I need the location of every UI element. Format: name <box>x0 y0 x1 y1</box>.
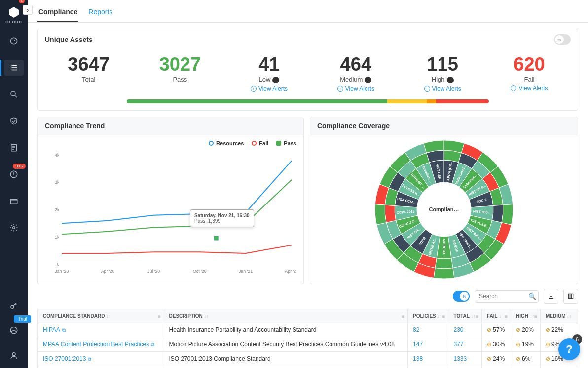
nav-support-icon[interactable] <box>4 323 24 338</box>
cell-policies[interactable]: 138 <box>413 355 423 362</box>
svg-rect-44 <box>572 294 573 298</box>
col-fail[interactable]: FAIL↓≡ <box>482 309 511 323</box>
info-icon[interactable]: i <box>272 77 279 83</box>
stat-high-label: High <box>432 76 445 83</box>
col-menu-icon[interactable]: ≡ <box>402 313 404 319</box>
std-link[interactable]: ISO 27001:2013 <box>43 355 86 362</box>
unique-assets-panel: Unique Assets % 3647 Total 3027 Pass 41 … <box>37 29 578 111</box>
nav-card-icon[interactable] <box>4 193 24 209</box>
stat-medium-value: 464 <box>337 55 374 74</box>
search-input[interactable] <box>479 293 528 300</box>
stat-pass: 3027 Pass <box>159 55 201 92</box>
nav-settings-icon[interactable] <box>4 220 24 236</box>
col-menu-icon[interactable]: ≡ <box>505 313 508 319</box>
legend-fail[interactable]: Fail <box>252 140 268 146</box>
legend-pass[interactable]: Pass <box>276 140 296 146</box>
trend-title: Compliance Trend <box>38 117 303 135</box>
table-row[interactable]: MPAA Content Protection Best Practices⧉ … <box>38 337 578 352</box>
severity-bar-chart <box>127 99 489 103</box>
svg-text:Jan '20: Jan '20 <box>55 269 69 274</box>
col-medium[interactable]: MEDIUM↓↑ <box>540 309 578 323</box>
high-view-alerts[interactable]: !View Alerts <box>424 85 461 92</box>
col-description[interactable]: DESCRIPTION↓↑≡ <box>164 309 408 323</box>
legend-resources[interactable]: Resources <box>209 140 244 146</box>
nav-dashboard-icon[interactable] <box>4 33 24 49</box>
nav-alerts-icon[interactable]: 1887 <box>4 166 24 182</box>
tab-reports[interactable]: Reports <box>87 5 113 22</box>
col-standard[interactable]: COMPLIANCE STANDARD↓↑≡ <box>38 309 164 323</box>
table-row[interactable]: NIST SP 800-172⧉ NIST Special Publicatio… <box>38 366 578 368</box>
cell-high: ⊘6% <box>511 352 540 366</box>
col-menu-icon[interactable]: ≡ <box>158 313 161 319</box>
svg-text:Apr '21: Apr '21 <box>285 269 296 274</box>
brand-name: CLOUD <box>5 20 22 24</box>
col-menu-icon[interactable]: ≡ <box>476 313 478 319</box>
help-fab[interactable]: ? <box>558 338 580 360</box>
svg-point-6 <box>11 305 14 308</box>
external-link-icon[interactable]: ⧉ <box>88 356 91 362</box>
col-menu-icon[interactable]: ≡ <box>534 313 537 319</box>
nav-list-icon[interactable] <box>4 60 24 76</box>
compliance-table: COMPLIANCE STANDARD↓↑≡ DESCRIPTION↓↑≡ PO… <box>37 309 578 368</box>
sidebar-expand-button[interactable]: › <box>23 5 33 15</box>
cell-policies[interactable]: 147 <box>413 341 423 348</box>
tabs: Compliance Reports <box>28 0 588 23</box>
compliance-coverage-panel: Compliance Coverage APRA (CP...Multi-Lev… <box>310 117 578 284</box>
fail-view-alerts[interactable]: !View Alerts <box>511 85 548 92</box>
percent-toggle-top[interactable]: % <box>554 34 571 45</box>
col-menu-icon[interactable]: ≡ <box>442 313 445 319</box>
table-search[interactable]: 🔍 <box>475 290 539 303</box>
nav-shield-icon[interactable] <box>4 113 24 129</box>
stat-low-value: 41 <box>251 55 288 74</box>
warning-icon: ⊘ <box>546 327 550 333</box>
alert-icon: ! <box>511 85 516 91</box>
col-high[interactable]: HIGH↓↑≡ <box>511 309 540 323</box>
percent-toggle-knob: % <box>555 35 564 44</box>
external-link-icon[interactable]: ⧉ <box>62 327 66 333</box>
brand-logo: 3 CLOUD <box>5 6 22 24</box>
external-link-icon[interactable]: ⧉ <box>151 342 154 347</box>
alert-icon: ! <box>424 86 430 92</box>
warning-icon: ⊘ <box>516 327 520 333</box>
cell-total[interactable]: 1333 <box>453 355 467 362</box>
svg-text:1k: 1k <box>55 235 60 240</box>
warning-icon: ⊘ <box>546 356 550 362</box>
sidebar: › 3 CLOUD 1887 Trial <box>0 0 28 368</box>
nav-search-icon[interactable] <box>4 86 24 102</box>
col-total[interactable]: TOTAL↓↑≡ <box>448 309 482 323</box>
svg-rect-20 <box>214 236 218 240</box>
table-row[interactable]: HIPAA⧉ Health Insurance Portability and … <box>38 323 578 337</box>
nav-user-icon[interactable] <box>4 347 24 363</box>
columns-button[interactable] <box>563 289 578 304</box>
cell-high: ⊘3% <box>511 366 540 368</box>
cell-medium: ⊘13% <box>540 366 578 368</box>
table-row[interactable]: ISO 27001:2013⧉ ISO 27001:2013 Complianc… <box>38 352 578 366</box>
medium-view-alerts[interactable]: !View Alerts <box>337 85 374 92</box>
download-button[interactable] <box>544 289 558 304</box>
stat-total-label: Total <box>68 76 110 83</box>
unique-assets-title: Unique Assets <box>45 36 93 43</box>
tab-compliance[interactable]: Compliance <box>37 5 78 22</box>
std-link[interactable]: HIPAA <box>43 327 60 333</box>
cell-fail: ⊘17% <box>482 366 511 368</box>
cell-total[interactable]: 377 <box>453 341 463 348</box>
main-content: Compliance Reports Unique Assets % 3647 … <box>28 0 588 368</box>
sunburst-center-label: Complian… <box>429 206 459 212</box>
cell-policies[interactable]: 82 <box>413 327 419 333</box>
low-view-alerts[interactable]: !View Alerts <box>251 85 288 92</box>
svg-text:MITRE AT...: MITRE AT... <box>442 239 446 257</box>
svg-rect-42 <box>568 294 570 298</box>
alerts-badge: 1887 <box>13 164 26 169</box>
coverage-title: Compliance Coverage <box>310 117 578 135</box>
percent-toggle-table[interactable]: % <box>453 291 470 302</box>
nav-key-icon[interactable] <box>4 298 24 314</box>
info-icon[interactable]: i <box>447 77 454 83</box>
std-link[interactable]: MPAA Content Protection Best Practices <box>43 341 149 348</box>
bar-segment-fail <box>436 99 489 103</box>
info-icon[interactable]: i <box>365 77 371 83</box>
nav-document-icon[interactable] <box>4 140 24 156</box>
col-policies[interactable]: POLICIES↓↑≡ <box>408 309 448 323</box>
stat-total: 3647 Total <box>68 55 110 92</box>
cell-total[interactable]: 230 <box>453 327 463 333</box>
stat-fail: 620 Fail !View Alerts <box>511 55 548 92</box>
